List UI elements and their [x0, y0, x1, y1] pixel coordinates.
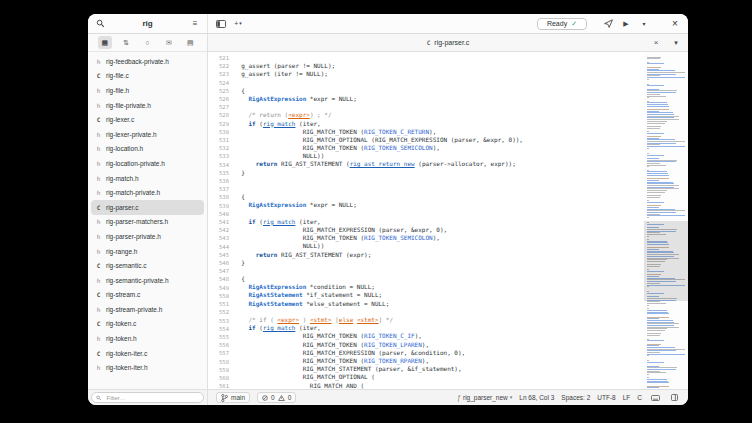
tab-rig-parser[interactable]: C rig-parser.c — [208, 39, 688, 46]
minimap-viewport[interactable] — [644, 221, 688, 302]
file-name: rig-location-private.h — [106, 160, 165, 167]
code-line: RIG_MATCH_TOKEN (RIG_TOKEN_SEMICOLON), — [234, 234, 644, 242]
gutter[interactable]: 5215225235245255265275285295305315325335… — [208, 52, 234, 389]
file-row[interactable]: Crig-parser.c — [91, 200, 204, 215]
line-number: 536 — [208, 177, 229, 185]
file-row[interactable]: hrig-range.h — [91, 244, 204, 259]
file-row[interactable]: hrig-location.h — [91, 142, 204, 157]
line-number: 549 — [208, 284, 229, 292]
build-status-button[interactable]: Ready ✓ — [537, 18, 587, 30]
run-menu-button[interactable]: ▾ — [638, 17, 650, 31]
file-name: rig-token.h — [106, 335, 137, 342]
code-pane[interactable]: g_assert (parser != NULL); g_assert (ite… — [234, 52, 644, 389]
new-tab-button[interactable]: + ▾ — [232, 17, 244, 31]
cursor-position-button[interactable]: Ln 68, Col 3 — [519, 394, 554, 401]
file-row[interactable]: hrig-parser-matchers.h — [91, 215, 204, 230]
file-row[interactable]: Crig-lexer.c — [91, 112, 204, 127]
code-line — [234, 103, 644, 111]
encoding-button[interactable]: UTF-8 — [597, 394, 615, 401]
file-type-badge: h — [95, 145, 102, 152]
menu-button[interactable]: ≡ — [189, 17, 201, 31]
editor[interactable]: 5215225235245255265275285295305315325335… — [208, 52, 688, 389]
overview-map-toggle[interactable] — [668, 391, 680, 405]
file-row[interactable]: hrig-file-private.h — [91, 98, 204, 113]
line-number: 535 — [208, 169, 229, 177]
file-row[interactable]: Crig-token.c — [91, 317, 204, 332]
line-number: 545 — [208, 251, 229, 259]
line-number: 548 — [208, 275, 229, 283]
file-row[interactable]: Crig-semantic.c — [91, 258, 204, 273]
status-bar: main 0 0 ƒ rig_parser_new ▾ Ln 68, Col 3… — [208, 390, 688, 405]
file-row[interactable]: Crig-token-iter.c — [91, 346, 204, 361]
file-row[interactable]: hrig-semantic-private.h — [91, 273, 204, 288]
file-row[interactable]: hrig-file.h — [91, 83, 204, 98]
code-line: { — [234, 275, 644, 283]
minimap[interactable] — [644, 52, 688, 389]
line-number: 546 — [208, 259, 229, 267]
file-row[interactable]: hrig-parser-private.h — [91, 229, 204, 244]
close-window-button[interactable]: × — [669, 17, 681, 31]
panel-toggle-button[interactable] — [215, 17, 227, 31]
file-row[interactable]: Crig-file.c — [91, 69, 204, 84]
file-row[interactable]: Crig-stream.c — [91, 288, 204, 303]
file-row[interactable]: hrig-match-private.h — [91, 185, 204, 200]
file-row[interactable]: hrig-token-iter.h — [91, 360, 204, 375]
code-line: if (rig_match (iter, — [234, 218, 644, 226]
branch-button[interactable]: main — [216, 392, 250, 403]
switcher-sort-button[interactable]: ⇅ — [119, 36, 133, 49]
current-symbol-button[interactable]: ƒ rig_parser_new ▾ — [457, 394, 512, 401]
line-number: 541 — [208, 218, 229, 226]
file-name: rig-lexer-private.h — [106, 131, 157, 138]
code-line: if (rig_match (iter, — [234, 120, 644, 128]
tab-actions: × ▾ — [650, 36, 682, 50]
warning-count: 0 — [288, 394, 292, 401]
minimap-line — [647, 303, 666, 304]
diagnostics-button[interactable]: 0 0 — [257, 392, 296, 403]
tab-list-button[interactable]: ▾ — [670, 36, 682, 50]
line-number: 524 — [208, 79, 229, 87]
file-row[interactable]: hrig-token.h — [91, 331, 204, 346]
keyboard-settings-button[interactable] — [649, 391, 661, 405]
file-row[interactable]: hrig-lexer-private.h — [91, 127, 204, 142]
file-row[interactable]: hrig-match.h — [91, 171, 204, 186]
file-type-badge: h — [95, 364, 102, 371]
minimap-line — [647, 96, 666, 97]
error-icon — [262, 395, 268, 401]
code-line: RIG_MATCH_STATEMENT (parser, &if_stateme… — [234, 365, 644, 373]
file-type-badge: h — [95, 87, 102, 94]
search-button[interactable] — [94, 17, 106, 31]
switcher-files-button[interactable]: ▦ — [98, 36, 112, 49]
code-line: RIG_MATCH_TOKEN (RIG_TOKEN_C_RETURN), — [234, 128, 644, 136]
code-line — [234, 210, 644, 218]
code-line: } — [234, 259, 644, 267]
mail-icon: ✉ — [166, 39, 172, 47]
file-name: rig-semantic-private.h — [106, 277, 169, 284]
file-row[interactable]: hrig-location-private.h — [91, 156, 204, 171]
run-button[interactable]: ▶ — [620, 17, 632, 31]
export-button[interactable] — [602, 17, 614, 31]
filter-input[interactable] — [104, 394, 199, 402]
switcher-symbols-button[interactable]: ○ — [140, 36, 154, 49]
code-line: g_assert (iter != NULL); — [234, 70, 644, 78]
file-type-badge: h — [95, 335, 102, 342]
file-type-badge: h — [95, 189, 102, 196]
line-number: 550 — [208, 292, 229, 300]
language-button[interactable]: C — [637, 394, 642, 401]
file-row[interactable]: hrig-stream-private.h — [91, 302, 204, 317]
code-line: RIG_MATCH_TOKEN (RIG_TOKEN_C_IF), — [234, 332, 644, 340]
tab-close-button[interactable]: × — [650, 36, 662, 50]
filter-box[interactable] — [91, 392, 204, 403]
file-type-badge: h — [95, 58, 102, 65]
line-number: 557 — [208, 349, 229, 357]
file-row[interactable]: hrig-feedback-private.h — [91, 54, 204, 69]
code-line — [234, 267, 644, 275]
build-status-label: Ready — [547, 20, 567, 27]
code-line: NULL)) — [234, 152, 644, 160]
switcher-logs-button[interactable]: ▤ — [183, 36, 197, 49]
indentation-button[interactable]: Spaces: 2 — [561, 394, 590, 401]
line-number: 527 — [208, 103, 229, 111]
line-ending-button[interactable]: LF — [623, 394, 631, 401]
switcher-messages-button[interactable]: ✉ — [162, 36, 176, 49]
line-number: 533 — [208, 152, 229, 160]
file-type-badge: C — [95, 350, 102, 357]
